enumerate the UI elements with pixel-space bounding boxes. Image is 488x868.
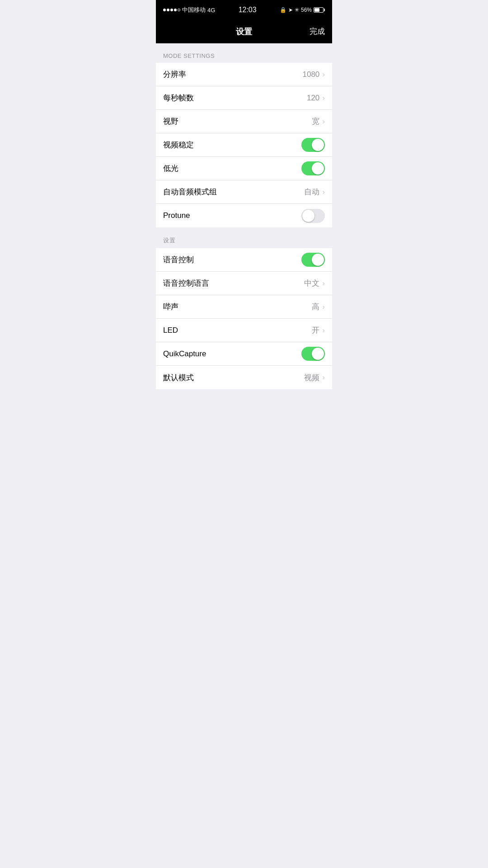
row-protune: Protune	[156, 204, 332, 227]
dot-1	[163, 9, 166, 11]
toggle-stabilization[interactable]	[301, 138, 325, 152]
dot-4	[174, 9, 177, 11]
text-beep: 高	[312, 302, 319, 312]
toggle-knob-protune	[302, 210, 314, 222]
text-fov: 宽	[312, 116, 319, 127]
toggle-knob-voice-control	[312, 254, 324, 266]
row-led[interactable]: LED 开 ›	[156, 319, 332, 342]
row-fov[interactable]: 视野 宽 ›	[156, 110, 332, 133]
status-time: 12:03	[239, 6, 257, 14]
settings-group-settings: 语音控制 语音控制语言 中文 › 哔声 高 › LED 开 ›	[156, 248, 332, 389]
label-voice-language: 语音控制语言	[163, 278, 209, 288]
text-resolution: 1080	[303, 70, 320, 79]
chevron-fov: ›	[322, 117, 325, 126]
chevron-beep: ›	[322, 302, 325, 311]
label-stabilization: 视频稳定	[163, 140, 194, 150]
label-fov: 视野	[163, 116, 178, 127]
text-fps: 120	[307, 94, 319, 103]
label-default-mode: 默认模式	[163, 373, 194, 383]
settings-group-mode: 分辨率 1080 › 每秒帧数 120 › 视野 宽 › 视频稳定	[156, 63, 332, 227]
nav-title: 设置	[236, 26, 252, 37]
status-bar: 中国移动 4G 12:03 🔒 ➤ ✳ 56%	[156, 0, 332, 20]
row-quikcapture: QuikCapture	[156, 342, 332, 366]
row-audio-mode[interactable]: 自动音频模式组 自动 ›	[156, 180, 332, 204]
value-resolution: 1080 ›	[303, 70, 325, 79]
lock-icon: 🔒	[280, 7, 286, 13]
battery-icon	[314, 7, 325, 13]
row-resolution[interactable]: 分辨率 1080 ›	[156, 63, 332, 86]
label-resolution: 分辨率	[163, 69, 186, 80]
chevron-fps: ›	[322, 94, 325, 103]
section-header-mode: MODE SETTINGS	[156, 43, 332, 63]
battery-body	[314, 7, 324, 13]
value-beep: 高 ›	[312, 302, 325, 312]
label-beep: 哔声	[163, 302, 178, 312]
toggle-knob-low-light	[312, 162, 324, 175]
battery-percentage: 56%	[301, 7, 312, 13]
value-audio-mode: 自动 ›	[304, 187, 325, 197]
row-low-light: 低光	[156, 157, 332, 180]
row-stabilization: 视频稳定	[156, 133, 332, 157]
location-icon: ➤	[288, 7, 293, 13]
dot-2	[167, 9, 169, 11]
status-right: 🔒 ➤ ✳ 56%	[280, 7, 325, 13]
toggle-knob-stabilization	[312, 139, 324, 151]
chevron-audio-mode: ›	[322, 188, 325, 197]
chevron-default-mode: ›	[322, 373, 325, 382]
row-voice-language[interactable]: 语音控制语言 中文 ›	[156, 272, 332, 295]
toggle-knob-quikcapture	[312, 348, 324, 360]
section-header-settings: 设置	[156, 227, 332, 248]
status-left: 中国移动 4G	[163, 6, 215, 14]
dot-3	[170, 9, 173, 11]
settings-content: MODE SETTINGS 分辨率 1080 › 每秒帧数 120 › 视野 宽…	[156, 43, 332, 389]
bluetooth-icon: ✳	[295, 7, 299, 13]
row-fps[interactable]: 每秒帧数 120 ›	[156, 86, 332, 110]
chevron-voice-language: ›	[322, 279, 325, 288]
battery-tip	[324, 9, 325, 11]
row-default-mode[interactable]: 默认模式 视频 ›	[156, 366, 332, 389]
toggle-quikcapture[interactable]	[301, 347, 325, 361]
nav-bar: 设置 完成	[156, 20, 332, 43]
text-default-mode: 视频	[304, 373, 319, 383]
chevron-resolution: ›	[322, 70, 325, 79]
network-label: 4G	[207, 7, 215, 14]
dot-5	[178, 9, 180, 11]
label-fps: 每秒帧数	[163, 93, 194, 103]
value-fov: 宽 ›	[312, 116, 325, 127]
signal-strength	[163, 9, 180, 11]
value-led: 开 ›	[312, 325, 325, 335]
value-fps: 120 ›	[307, 94, 325, 103]
battery-fill	[314, 8, 319, 12]
value-voice-language: 中文 ›	[304, 278, 325, 288]
label-led: LED	[163, 326, 178, 335]
value-default-mode: 视频 ›	[304, 373, 325, 383]
label-low-light: 低光	[163, 163, 178, 174]
label-audio-mode: 自动音频模式组	[163, 187, 217, 197]
nav-done-button[interactable]: 完成	[310, 26, 325, 37]
carrier-label: 中国移动	[182, 6, 206, 14]
chevron-led: ›	[322, 326, 325, 335]
text-audio-mode: 自动	[304, 187, 319, 197]
toggle-voice-control[interactable]	[301, 253, 325, 267]
toggle-protune[interactable]	[301, 209, 325, 223]
toggle-low-light[interactable]	[301, 161, 325, 175]
label-quikcapture: QuikCapture	[163, 349, 206, 359]
row-beep[interactable]: 哔声 高 ›	[156, 295, 332, 319]
text-voice-language: 中文	[304, 278, 319, 288]
text-led: 开	[312, 325, 319, 335]
label-voice-control: 语音控制	[163, 255, 194, 265]
row-voice-control: 语音控制	[156, 248, 332, 272]
label-protune: Protune	[163, 211, 190, 220]
